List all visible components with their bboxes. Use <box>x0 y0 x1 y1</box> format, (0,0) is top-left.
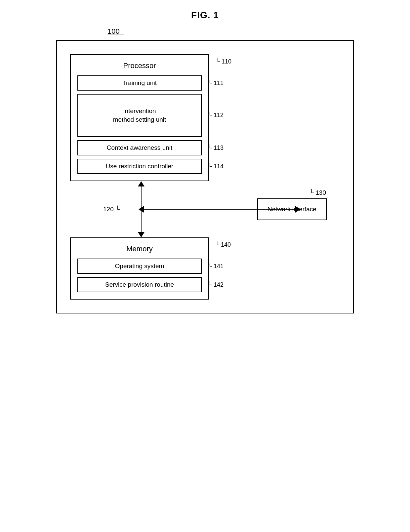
processor-title: Processor <box>77 61 202 70</box>
ref-140: └ 140 <box>215 241 231 248</box>
intervention-unit-label: Intervention method setting unit <box>113 107 166 123</box>
memory-title: Memory <box>77 245 202 253</box>
arrow-up-icon <box>138 181 144 186</box>
memory-block: Memory └ 140 Operating system └ 141 Serv… <box>70 237 209 300</box>
training-unit-box: Training unit └ 111 <box>77 75 202 91</box>
ref-100: 100 <box>107 27 120 36</box>
context-unit-label: Context awareness unit <box>107 144 173 151</box>
ref-111: └ 111 <box>208 80 224 87</box>
processor-block: Processor └ 110 Training unit └ 111 Inte… <box>70 54 209 181</box>
ref-114: └ 114 <box>208 163 224 170</box>
arrow-down-icon <box>138 232 144 237</box>
service-provision-label: Service provision routine <box>105 281 174 288</box>
outer-box: Processor └ 110 Training unit └ 111 Inte… <box>56 40 354 313</box>
network-interface-label: Network interface <box>267 206 316 213</box>
ref-130: └ 130 <box>309 189 326 196</box>
service-provision-box: Service provision routine └ 142 <box>77 277 202 292</box>
fig-title: FIG. 1 <box>191 10 219 20</box>
ref-112: └ 112 <box>208 111 224 120</box>
ref-113: └ 113 <box>208 144 224 151</box>
ref-141: └ 141 <box>208 263 224 270</box>
os-label: Operating system <box>115 263 164 269</box>
ref-110: └ 110 <box>216 58 231 65</box>
network-interface-box: └ 130 Network interface <box>257 198 327 220</box>
intervention-unit-box: Intervention method setting unit └ 112 <box>77 94 202 137</box>
use-restriction-label: Use restriction controller <box>106 163 174 170</box>
ref-142: └ 142 <box>208 281 224 288</box>
os-box: Operating system └ 141 <box>77 259 202 274</box>
training-unit-label: Training unit <box>122 79 157 86</box>
arrow-left-icon <box>139 206 144 213</box>
context-unit-box: Context awareness unit └ 113 <box>77 140 202 155</box>
use-restriction-box: Use restriction controller └ 114 <box>77 159 202 174</box>
ref-120: 120 └ <box>103 206 120 213</box>
